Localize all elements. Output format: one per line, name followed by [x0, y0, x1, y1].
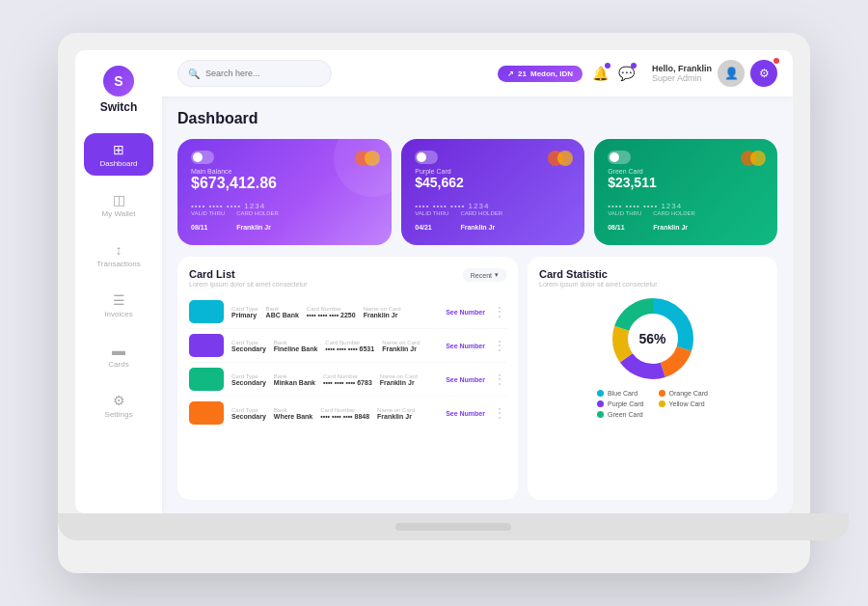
- card-stat-panel: Card Statistic Lorem ipsum dolor sit ame…: [528, 257, 777, 500]
- table-row: Card Type Secondary Bank Fineline Bank C…: [189, 329, 506, 363]
- legend-dot: [659, 400, 665, 407]
- row-menu-button[interactable]: ⋮: [493, 338, 506, 353]
- balance-holder: CARD HOLDER Franklin Jr: [236, 210, 279, 234]
- purple-valid-thru: VALID THRU 04/21: [415, 210, 448, 234]
- table-row: Card Type Primary Bank ABC Bank Card Num…: [189, 295, 506, 329]
- main-panel: 🔍 ↗ 21 Medon, IDN 🔔 💬: [162, 50, 793, 513]
- balance-card-label: Main Balance: [191, 168, 378, 175]
- legend-dot: [659, 390, 665, 397]
- card-toggle[interactable]: [191, 151, 214, 164]
- laptop-base: [58, 513, 849, 540]
- cards-icon: ▬: [112, 343, 125, 358]
- balance-valid-thru: VALID THRU 08/11: [191, 210, 225, 234]
- badge-count: 21: [518, 69, 527, 78]
- card-list-rows: Card Type Primary Bank ABC Bank Card Num…: [189, 295, 506, 429]
- row-bank: Bank ABC Bank: [266, 306, 299, 318]
- green-valid-thru: VALID THRU 08/11: [608, 210, 641, 234]
- row-name: Name on Card Franklin Jr: [380, 373, 418, 386]
- row-bank: Bank Minkan Bank: [274, 373, 315, 386]
- see-number-button[interactable]: See Number: [446, 309, 485, 316]
- wallet-icon: ◫: [113, 192, 125, 207]
- sidebar: S Switch ⊞ Dashboard ◫ My Wallet ↕ Trans…: [75, 50, 162, 513]
- card-thumbnail: [189, 300, 224, 323]
- balance-card-number: •••• •••• •••• 1234: [191, 202, 378, 210]
- donut-chart: 56%: [610, 295, 696, 382]
- badge-button[interactable]: ↗ 21 Medon, IDN: [498, 66, 583, 82]
- row-number: Card Number •••• •••• •••• 6531: [325, 340, 374, 352]
- settings-label: Settings: [105, 410, 133, 419]
- row-bank: Bank Where Bank: [274, 407, 312, 420]
- row-info: Card Type Primary Bank ABC Bank Card Num…: [231, 306, 438, 318]
- search-icon: 🔍: [188, 69, 200, 79]
- gear-button[interactable]: ⚙: [750, 60, 777, 87]
- search-input[interactable]: [205, 69, 321, 78]
- row-card-type: Card Type Primary: [231, 306, 258, 318]
- row-info: Card Type Secondary Bank Minkan Bank Car…: [231, 373, 438, 386]
- card-list-title: Card List: [189, 268, 308, 280]
- donut-container: 56% Blue CardOrange CardPurple CardYello…: [539, 295, 766, 418]
- cards-label: Cards: [108, 360, 128, 369]
- purple-mastercard-icon: [548, 151, 573, 166]
- row-card-type: Card Type Secondary: [231, 340, 266, 352]
- legend-dot: [597, 411, 604, 418]
- logo-area: S Switch: [100, 66, 138, 114]
- purple-holder: CARD HOLDER Franklin Jr: [460, 210, 502, 234]
- table-row: Card Type Secondary Bank Minkan Bank Car…: [189, 363, 506, 397]
- sidebar-item-invoices[interactable]: ☰ Invoices: [84, 284, 153, 326]
- gear-notification-dot: [773, 58, 779, 64]
- row-number: Card Number •••• •••• •••• 6783: [323, 373, 372, 386]
- filter-recent-button[interactable]: Recent ▾: [463, 268, 506, 282]
- card-thumbnail: [189, 401, 224, 425]
- card-thumbnail: [189, 368, 224, 391]
- cards-row: Main Balance $673,412.86 •••• •••• •••• …: [177, 139, 777, 245]
- mastercard-icon: [355, 151, 380, 166]
- row-name: Name on Card Franklin Jr: [382, 340, 420, 352]
- row-name: Name on Card Franklin Jr: [377, 407, 415, 420]
- sidebar-item-wallet[interactable]: ◫ My Wallet: [84, 183, 153, 226]
- legend-dot: [597, 400, 604, 407]
- row-menu-button[interactable]: ⋮: [493, 405, 506, 421]
- row-menu-button[interactable]: ⋮: [493, 304, 506, 319]
- row-card-type: Card Type Secondary: [231, 373, 266, 386]
- see-number-button[interactable]: See Number: [446, 376, 485, 383]
- settings-icon: ⚙: [113, 393, 125, 408]
- green-toggle[interactable]: [608, 151, 631, 164]
- card-stat-header: Card Statistic Lorem ipsum dolor sit ame…: [539, 268, 766, 288]
- card-list-header: Card List Lorem ipsum dolor sit amet con…: [189, 268, 506, 288]
- green-mastercard-icon: [741, 151, 766, 166]
- see-number-button[interactable]: See Number: [446, 410, 485, 417]
- bell-container: 🔔: [592, 65, 609, 82]
- sidebar-item-settings[interactable]: ⚙ Settings: [84, 384, 153, 427]
- green-card-amount: $23,511: [608, 175, 764, 190]
- badge-icon: ↗: [507, 69, 514, 78]
- chat-notification-dot: [631, 63, 637, 69]
- purple-toggle[interactable]: [415, 151, 438, 164]
- avatar[interactable]: 👤: [718, 60, 745, 87]
- chat-container: 💬: [618, 65, 635, 82]
- row-menu-button[interactable]: ⋮: [493, 372, 506, 387]
- sidebar-item-transactions[interactable]: ↕ Transactions: [84, 234, 153, 276]
- row-card-type: Card Type Secondary: [231, 407, 266, 420]
- transactions-label: Transactions: [96, 260, 141, 268]
- legend-item: Yellow Card: [659, 400, 708, 407]
- row-number: Card Number •••• •••• •••• 8848: [320, 407, 369, 420]
- search-bar[interactable]: 🔍: [177, 60, 332, 87]
- see-number-button[interactable]: See Number: [446, 343, 485, 349]
- main-balance-card: Main Balance $673,412.86 •••• •••• •••• …: [177, 139, 392, 245]
- invoices-icon: ☰: [113, 292, 125, 308]
- user-info: Hello, Franklin Super Admin 👤 ⚙: [652, 60, 777, 87]
- legend-item: Blue Card: [597, 390, 646, 397]
- green-holder: CARD HOLDER Franklin Jr: [653, 210, 695, 234]
- donut-percent: 56%: [638, 331, 665, 346]
- invoices-label: Invoices: [104, 310, 132, 318]
- row-info: Card Type Secondary Bank Where Bank Card…: [231, 407, 438, 420]
- screen: S Switch ⊞ Dashboard ◫ My Wallet ↕ Trans…: [75, 50, 793, 513]
- laptop-frame: S Switch ⊞ Dashboard ◫ My Wallet ↕ Trans…: [58, 33, 810, 573]
- user-role: Super Admin: [652, 73, 712, 83]
- sidebar-item-dashboard[interactable]: ⊞ Dashboard: [84, 133, 153, 176]
- user-name: Hello, Franklin: [652, 64, 712, 73]
- card-list-subtitle: Lorem ipsum dolor sit amet consectetur: [189, 281, 308, 288]
- card-stat-title: Card Statistic: [539, 268, 658, 280]
- row-number: Card Number •••• •••• •••• 2250: [307, 306, 356, 318]
- sidebar-item-cards[interactable]: ▬ Cards: [84, 334, 153, 376]
